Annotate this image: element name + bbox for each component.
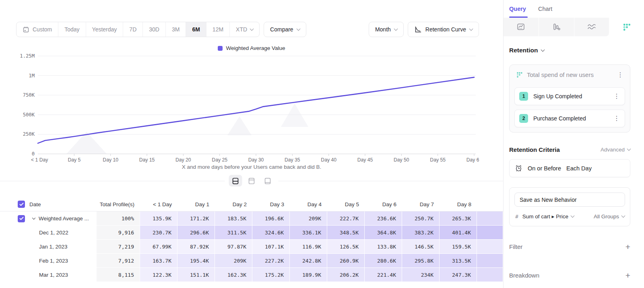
value-cell[interactable]: 146.5K: [402, 240, 440, 254]
tab-query[interactable]: Query: [509, 0, 526, 18]
table-only-view-toggle[interactable]: [261, 175, 275, 186]
value-cell[interactable]: 206.2K: [327, 268, 365, 282]
value-cell[interactable]: 234K: [402, 268, 440, 282]
add-filter-button[interactable]: +: [625, 242, 630, 251]
behavior-step-2[interactable]: 2 Purchase Completed ⋮: [514, 110, 625, 127]
value-cell-cropped: [477, 240, 503, 254]
value-cell[interactable]: 209K: [290, 211, 327, 226]
value-cell[interactable]: 222.7K: [327, 211, 365, 226]
add-breakdown-button[interactable]: +: [625, 271, 630, 280]
value-cell[interactable]: 348.5K: [327, 226, 365, 240]
timing-operator[interactable]: On or Before: [528, 165, 561, 172]
value-cell[interactable]: 242.8K: [290, 254, 327, 268]
column-header--1-day[interactable]: < 1 Day: [140, 197, 178, 211]
granularity-dropdown[interactable]: Month: [369, 22, 404, 37]
value-cell[interactable]: 162.3K: [215, 268, 252, 282]
select-all-checkbox[interactable]: [18, 201, 25, 208]
value-cell[interactable]: 364.8K: [365, 226, 402, 240]
retention-curve-line[interactable]: [38, 77, 474, 143]
value-cell[interactable]: 296.6K: [178, 226, 215, 240]
column-header-day-7[interactable]: Day 7: [402, 197, 440, 211]
chart-canvas[interactable]: 0250K500K750K1M1.25M< 1 DayDay 5Day 10Da…: [12, 52, 479, 164]
measured-property-dropdown[interactable]: Sum of cart ▸ Price: [522, 213, 574, 220]
value-cell[interactable]: 183.5K: [215, 211, 252, 226]
column-header-day-6[interactable]: Day 6: [365, 197, 402, 211]
column-header-day-3[interactable]: Day 3: [252, 197, 290, 211]
value-cell[interactable]: 227.2K: [252, 254, 290, 268]
column-header-day-2[interactable]: Day 2: [215, 197, 252, 211]
value-cell[interactable]: 236.6K: [365, 211, 402, 226]
value-cell[interactable]: 171.2K: [178, 211, 215, 226]
value-cell[interactable]: 295.8K: [402, 254, 440, 268]
value-cell[interactable]: 133.8K: [365, 240, 402, 254]
value-cell[interactable]: 265.3K: [440, 211, 477, 226]
column-header-total-profile-s-[interactable]: Total Profile(s): [97, 197, 140, 211]
value-cell[interactable]: 221.4K: [365, 268, 402, 282]
row-label[interactable]: Weighted Average ...: [27, 211, 97, 226]
range-xtd[interactable]: XTD: [230, 22, 259, 37]
range-7d[interactable]: 7D: [123, 22, 143, 37]
value-cell[interactable]: 97.87K: [215, 240, 252, 254]
split-view-toggle[interactable]: [229, 175, 242, 186]
value-cell[interactable]: 247.3K: [440, 268, 477, 282]
step-menu-button[interactable]: ⋮: [613, 115, 621, 122]
value-cell[interactable]: 336.1K: [290, 226, 327, 240]
range-6m[interactable]: 6M: [186, 22, 206, 37]
timing-frequency[interactable]: Each Day: [566, 165, 592, 172]
value-cell[interactable]: 135.9K: [140, 211, 178, 226]
range-12m[interactable]: 12M: [206, 22, 230, 37]
chevron-down-icon[interactable]: [32, 216, 35, 220]
value-cell[interactable]: 126.5K: [327, 240, 365, 254]
report-section-heading[interactable]: Retention: [509, 47, 630, 54]
column-header-day-1[interactable]: Day 1: [178, 197, 215, 211]
range-yesterday[interactable]: Yesterday: [86, 22, 124, 37]
groups-dropdown[interactable]: All Groups: [594, 213, 625, 220]
value-cell[interactable]: 163.7K: [140, 254, 178, 268]
value-cell[interactable]: 151.1K: [178, 268, 215, 282]
chart-only-view-toggle[interactable]: [245, 175, 258, 186]
value-cell[interactable]: 116.9K: [290, 240, 327, 254]
range-3m[interactable]: 3M: [166, 22, 186, 37]
value-cell[interactable]: 401.4K: [440, 226, 477, 240]
value-cell[interactable]: 189.9K: [290, 268, 327, 282]
column-header-day-4[interactable]: Day 4: [290, 197, 327, 211]
value-cell[interactable]: 313.5K: [440, 254, 477, 268]
value-cell[interactable]: 250.7K: [402, 211, 440, 226]
range-today[interactable]: Today: [58, 22, 86, 37]
step-menu-button[interactable]: ⋮: [613, 93, 621, 99]
value-cell[interactable]: 324.6K: [252, 226, 290, 240]
value-cell[interactable]: 280.6K: [365, 254, 402, 268]
value-cell[interactable]: 195.4K: [178, 254, 215, 268]
range-30d[interactable]: 30D: [143, 22, 166, 37]
behavior-step-1[interactable]: 1 Sign Up Completed ⋮: [514, 87, 625, 105]
column-header-day-8[interactable]: Day 8: [440, 197, 477, 211]
value-cell[interactable]: 383.2K: [402, 226, 440, 240]
row-checkbox[interactable]: [18, 215, 25, 222]
save-as-new-behavior-button[interactable]: Save as New Behavior: [514, 193, 625, 207]
range-custom[interactable]: Custom: [17, 22, 58, 37]
column-header-date[interactable]: Date: [27, 197, 97, 211]
value-cell[interactable]: 196.6K: [252, 211, 290, 226]
chart-type-dropdown[interactable]: Retention Curve: [408, 22, 479, 37]
retention-line-chart[interactable]: 0250K500K750K1M1.25M< 1 DayDay 5Day 10Da…: [12, 52, 479, 164]
value-cell[interactable]: 230.7K: [140, 226, 178, 240]
behavior-menu-button[interactable]: ⋮: [616, 72, 624, 78]
column-header-day-5[interactable]: Day 5: [327, 197, 365, 211]
value-cell[interactable]: 107.1K: [252, 240, 290, 254]
value-cell[interactable]: 87.92K: [178, 240, 215, 254]
flows-icon[interactable]: [574, 18, 609, 36]
value-cell[interactable]: 260.9K: [327, 254, 365, 268]
value-cell[interactable]: 311.5K: [215, 226, 252, 240]
retention-timing-control[interactable]: On or Before Each Day: [509, 159, 630, 177]
funnels-icon[interactable]: [539, 18, 574, 36]
tab-chart[interactable]: Chart: [538, 0, 552, 18]
retention-icon[interactable]: [609, 18, 644, 36]
criteria-mode-dropdown[interactable]: Advanced: [601, 147, 630, 153]
value-cell[interactable]: 209K: [215, 254, 252, 268]
value-cell[interactable]: 122.3K: [140, 268, 178, 282]
value-cell[interactable]: 175.2K: [252, 268, 290, 282]
value-cell[interactable]: 159.5K: [440, 240, 477, 254]
compare-button[interactable]: Compare: [264, 22, 306, 37]
insights-icon[interactable]: [504, 18, 539, 36]
value-cell[interactable]: 67.99K: [140, 240, 178, 254]
